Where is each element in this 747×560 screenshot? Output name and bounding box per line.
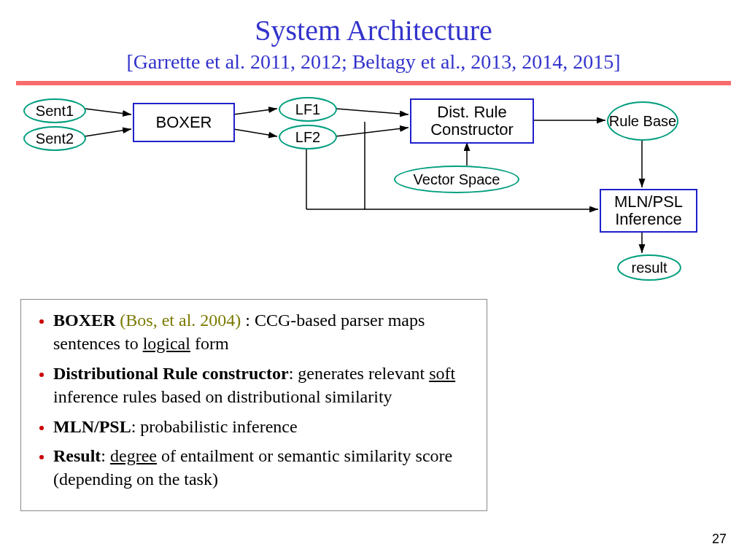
bullet-result: Result: degree of entailment or semantic… (53, 444, 473, 491)
node-mln-psl-inference: MLN/PSL Inference (600, 189, 697, 233)
node-lf2: LF2 (279, 125, 337, 149)
svg-line-1 (85, 129, 131, 136)
slide-subtitle: [Garrette et al. 2011, 2012; Beltagy et … (0, 50, 747, 74)
node-dist-rule-constructor: Dist. Rule Constructor (410, 98, 534, 144)
architecture-diagram: Sent1 Sent2 BOXER LF1 LF2 Dist. Rule Con… (0, 85, 747, 275)
node-sent2: Sent2 (23, 126, 86, 151)
node-vector-space: Vector Space (394, 166, 519, 193)
node-boxer: BOXER (133, 103, 235, 142)
node-result: result (617, 254, 681, 281)
bullet-mln-psl: MLN/PSL: probabilistic inference (53, 415, 473, 438)
svg-line-3 (233, 129, 277, 136)
node-lf1: LF1 (279, 97, 337, 122)
svg-line-5 (336, 128, 409, 136)
slide-title: System Architecture (0, 13, 747, 47)
node-rule-base: Rule Base (607, 101, 678, 141)
bullet-boxer: BOXER (Bos, et al. 2004) : CCG-based par… (53, 308, 473, 356)
svg-line-0 (85, 109, 131, 114)
page-number: 27 (712, 532, 727, 547)
bullet-dist-rule: Distributional Rule constructor: generat… (53, 362, 473, 409)
description-box: BOXER (Bos, et al. 2004) : CCG-based par… (20, 299, 487, 511)
svg-line-4 (336, 109, 409, 114)
svg-line-2 (233, 109, 277, 114)
node-sent1: Sent1 (23, 98, 86, 123)
